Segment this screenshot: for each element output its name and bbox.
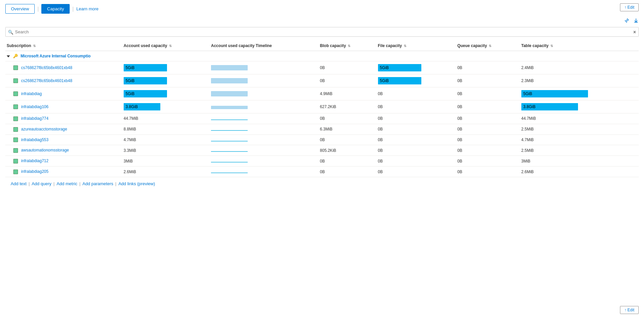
blob-capacity-cell: 0B (319, 167, 377, 177)
storage-icon (13, 116, 18, 121)
capacity-table: Subscription ⇅ Account used capacity ⇅ A… (5, 41, 639, 177)
table-row: infralabdiag553 4.7MiB 0B 0B 0B 4.7MiB (5, 134, 639, 145)
account-used-capacity-cell: 5GiB (122, 87, 210, 100)
account-used-bar: 5GiB (124, 77, 167, 84)
nav-separator-1: | (37, 6, 39, 12)
col-account-used-capacity-timeline[interactable]: Account used capacity Timeline (210, 41, 319, 51)
search-clear-button[interactable]: × (633, 29, 636, 35)
sort-icon-queue: ⇅ (489, 44, 491, 48)
file-capacity-cell: 0B (377, 87, 456, 100)
timeline-cell (210, 124, 319, 134)
queue-capacity-cell: 0B (456, 87, 520, 100)
file-used-bar: 5GiB (378, 64, 421, 71)
bottom-sep-2: | (53, 181, 54, 186)
storage-icon (13, 104, 18, 109)
main-container: Overview | Capacity | Learn more ↑ Edit … (0, 0, 644, 318)
subscription-link[interactable]: infralabdiag106 (21, 104, 48, 109)
add-links-link[interactable]: Add links (preview) (118, 181, 155, 186)
add-metric-link[interactable]: Add metric (57, 181, 77, 186)
table-capacity-cell: 2.5MiB (520, 145, 639, 156)
col-queue-capacity[interactable]: Queue capacity ⇅ (456, 41, 520, 51)
add-text-link[interactable]: Add text (11, 181, 27, 186)
storage-icon (13, 65, 18, 70)
subscription-link[interactable]: infralabdiag (21, 91, 42, 96)
table-capacity-cell: 3MiB (520, 156, 639, 167)
storage-icon (13, 91, 18, 96)
timeline-cell (210, 167, 319, 177)
col-account-used-capacity[interactable]: Account used capacity ⇅ (122, 41, 210, 51)
table-used-bar: 5GiB (521, 90, 588, 97)
group-row-cell: 🔑 Microsoft Azure Internal Consumptio (5, 51, 639, 61)
sort-icon-account-used: ⇅ (169, 44, 172, 48)
account-used-capacity-cell: 8.8MiB (122, 124, 210, 134)
account-used-bar: 5GiB (124, 64, 167, 71)
subscription-link[interactable]: azureautoacctomsstorage (21, 127, 67, 131)
timeline-bar (211, 106, 248, 109)
sort-icon-subscription: ⇅ (33, 44, 36, 48)
account-used-bar: 5GiB (124, 90, 167, 97)
account-used-capacity-cell: 5GiB (122, 74, 210, 87)
subscription-cell: infralabdiag106 (5, 100, 122, 113)
blob-capacity-cell: 0B (319, 134, 377, 145)
blob-capacity-cell: 6.3MiB (319, 124, 377, 134)
subscription-link[interactable]: cs268627f8c65b8x4601xb48 (21, 78, 72, 83)
timeline-cell (210, 100, 319, 113)
table-capacity-cell: 2.5MiB (520, 124, 639, 134)
search-container: 🔍 × (5, 27, 639, 37)
bottom-edit-button[interactable]: ↑ Edit (620, 306, 639, 314)
file-capacity-cell: 5GiB (377, 61, 456, 74)
subscription-link[interactable]: infralabdiag205 (21, 169, 48, 174)
bottom-sep-1: | (29, 181, 30, 186)
account-used-capacity-cell: 3.3MiB (122, 145, 210, 156)
table-used-bar: 3.8GiB (521, 103, 578, 110)
subscription-cell: infralabdiag (5, 87, 122, 100)
subscription-cell: infralabdiag205 (5, 167, 122, 177)
nav-separator-2: | (72, 6, 74, 12)
subscription-link[interactable]: cs768627f8c65b8x4601xb48 (21, 65, 72, 70)
timeline-cell (210, 87, 319, 100)
col-blob-capacity[interactable]: Blob capacity ⇅ (319, 41, 377, 51)
queue-capacity-cell: 0B (456, 124, 520, 134)
subscription-link[interactable]: infralabdiag712 (21, 158, 48, 163)
capacity-button[interactable]: Capacity (41, 4, 70, 14)
subscription-link[interactable]: infralabdiag774 (21, 116, 48, 121)
blob-capacity-cell: 0B (319, 156, 377, 167)
table-row: azureautoacctomsstorage 8.8MiB 6.3MiB 0B… (5, 124, 639, 134)
add-query-link[interactable]: Add query (32, 181, 51, 186)
overview-button[interactable]: Overview (5, 4, 35, 14)
queue-capacity-cell: 0B (456, 61, 520, 74)
storage-icon (13, 170, 18, 174)
table-header: Subscription ⇅ Account used capacity ⇅ A… (5, 41, 639, 51)
table-row: cs268627f8c65b8x4601xb48 5GiB 0B 5GiB (5, 74, 639, 87)
pin-icon[interactable] (624, 18, 629, 25)
queue-capacity-cell: 0B (456, 145, 520, 156)
timeline-bar (211, 65, 248, 70)
subscription-link[interactable]: infralabdiag553 (21, 137, 48, 142)
subscription-cell: infralabdiag553 (5, 134, 122, 145)
chevron-down-icon[interactable] (7, 55, 10, 57)
col-table-capacity[interactable]: Table capacity ⇅ (520, 41, 639, 51)
group-key-icon: 🔑 (13, 54, 18, 58)
table-row: infralabdiag205 2.6MiB 0B 0B 0B 2.6MiB (5, 167, 639, 177)
col-subscription[interactable]: Subscription ⇅ (5, 41, 122, 51)
table-wrapper: Subscription ⇅ Account used capacity ⇅ A… (5, 41, 639, 177)
col-file-capacity[interactable]: File capacity ⇅ (377, 41, 456, 51)
add-parameters-link[interactable]: Add parameters (82, 181, 113, 186)
download-icon[interactable] (633, 18, 639, 25)
account-used-capacity-cell: 2.6MiB (122, 167, 210, 177)
file-capacity-cell: 0B (377, 156, 456, 167)
blob-capacity-cell: 4.9MiB (319, 87, 377, 100)
top-edit-button[interactable]: ↑ Edit (620, 3, 639, 11)
storage-icon (13, 78, 18, 83)
blob-capacity-cell: 0B (319, 113, 377, 124)
queue-capacity-cell: 0B (456, 167, 520, 177)
bottom-actions: Add text | Add query | Add metric | Add … (11, 181, 644, 186)
search-input[interactable] (5, 27, 639, 37)
subscription-link[interactable]: awsautomationomsstorage (21, 148, 69, 152)
sort-icon-file: ⇅ (404, 44, 406, 48)
subscription-cell: infralabdiag712 (5, 156, 122, 167)
top-actions: ↑ Edit (620, 3, 639, 11)
file-capacity-cell: 0B (377, 145, 456, 156)
learn-more-link[interactable]: Learn more (76, 6, 98, 11)
table-row: awsautomationomsstorage 3.3MiB 805.2KiB … (5, 145, 639, 156)
